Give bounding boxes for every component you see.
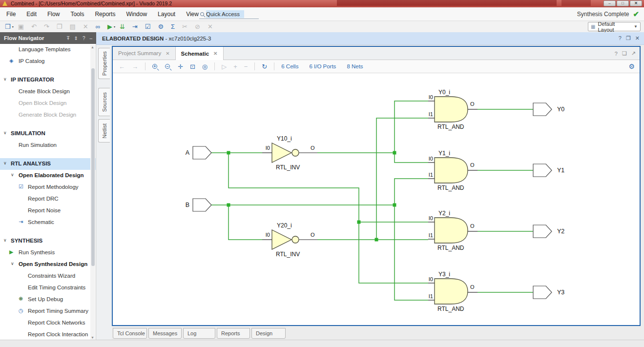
sidebar-item-run-simulation[interactable]: Run Simulation [0, 140, 96, 151]
sidebar-item-label: IP Catalog [19, 58, 45, 64]
run-icon[interactable]: ▶▾ [107, 21, 112, 32]
minimize-panel-icon[interactable]: – [89, 36, 92, 41]
menu-edit[interactable]: Edit [21, 7, 42, 21]
port-Y2[interactable] [533, 225, 552, 238]
port-Y0[interactable] [533, 103, 552, 116]
pin-icon[interactable]: Ŧ [66, 36, 69, 41]
side-tab-sources[interactable]: Sources [98, 88, 110, 116]
sidebar-item-ip-integrator[interactable]: ∨IP INTEGRATOR [0, 74, 96, 86]
link-6-i-o-ports[interactable]: 6 I/O Ports [309, 63, 336, 69]
chevron-down-icon[interactable]: ∨ [3, 161, 7, 165]
close-tab-icon[interactable]: ✕ [166, 51, 169, 56]
link-6-cells[interactable]: 6 Cells [281, 63, 298, 69]
help-icon[interactable]: ? [83, 36, 85, 41]
tab-schematic[interactable]: Schematic✕ [175, 47, 224, 60]
banner-part-name: - xc7z010clg225-3 [164, 36, 211, 41]
zoom-selection-icon[interactable]: ⊡ [190, 63, 195, 70]
port-Y3[interactable] [533, 286, 552, 299]
zoom-fit-icon[interactable]: ✛ [178, 63, 183, 70]
settings-gear-icon[interactable]: ⚙ [628, 62, 635, 70]
center-view-icon[interactable]: ◎ [202, 63, 208, 70]
cell-Y3_i[interactable] [428, 279, 478, 304]
bottom-tab-log[interactable]: Log [183, 328, 215, 339]
link-8-nets[interactable]: 8 Nets [347, 63, 363, 69]
tab-project-summary[interactable]: Project Summary✕ [113, 47, 175, 60]
cell-Y1_i[interactable] [428, 158, 478, 183]
menu-reports[interactable]: Reports [89, 7, 121, 21]
chevron-down-icon[interactable]: ∨ [11, 261, 14, 266]
elaborate-icon[interactable]: ⇥ [132, 21, 138, 32]
chevron-down-icon[interactable]: ∨ [11, 172, 14, 177]
regenerate-icon[interactable]: ↻ [262, 63, 267, 70]
menu-flow[interactable]: Flow [42, 7, 65, 21]
cell-Y0_i[interactable] [428, 97, 478, 122]
report-utilization-icon[interactable]: Σ [171, 21, 175, 32]
zoom-in-icon[interactable]: + [152, 64, 157, 69]
sidebar-item-report-clock-interaction[interactable]: Report Clock Interaction [0, 329, 96, 340]
float-icon[interactable]: ❏ [622, 50, 627, 57]
chevron-down-icon[interactable]: ∨ [3, 77, 7, 82]
maximize-view-icon[interactable]: ↗ [631, 50, 636, 57]
bottom-tab-messages[interactable]: Messages [148, 328, 182, 339]
port-A[interactable] [193, 146, 211, 159]
bottom-tab-tcl-console[interactable]: Tcl Console [113, 328, 147, 339]
menu-window[interactable]: Window [121, 7, 152, 21]
minimize-button[interactable]: – [603, 0, 616, 6]
chevron-down-icon[interactable]: ∨ [3, 238, 7, 243]
sidebar-item-report-noise[interactable]: Report Noise [0, 205, 96, 217]
sidebar-item-report-methodology[interactable]: ☑Report Methodology [0, 182, 96, 193]
settings-icon[interactable]: ⚙ [158, 21, 164, 32]
chevron-down-icon[interactable]: ∨ [3, 130, 7, 135]
sidebar-item-report-clock-networks[interactable]: Report Clock Networks [0, 317, 96, 329]
open-project-icon[interactable]: ❒▾ [5, 21, 11, 32]
sidebar-item-set-up-debug[interactable]: ❋Set Up Debug [0, 294, 96, 306]
scroll-down-icon[interactable]: ▼ [91, 336, 94, 339]
close-icon[interactable]: ✕ [635, 35, 640, 41]
quick-access-search[interactable] [199, 9, 259, 19]
bottom-tab-reports[interactable]: Reports [217, 328, 250, 339]
menu-layout[interactable]: Layout [152, 7, 181, 21]
sidebar-item-open-block-design[interactable]: Open Block Design [0, 98, 96, 109]
maximize-button[interactable]: □ [617, 0, 629, 6]
sidebar-item-constraints-wizard[interactable]: Constraints Wizard [0, 270, 96, 282]
sidebar-item-report-drc[interactable]: Report DRC [0, 193, 96, 205]
sidebar-item-report-timing-summary[interactable]: ◷Report Timing Summary [0, 306, 96, 317]
sidebar-item-open-elaborated-design[interactable]: ∨Open Elaborated Design [0, 170, 96, 182]
close-button[interactable]: ✕ [630, 0, 642, 6]
close-tab-icon[interactable]: ✕ [213, 51, 217, 56]
sidebar-item-simulation[interactable]: ∨SIMULATION [0, 128, 96, 140]
sidebar-item-synthesis[interactable]: ∨SYNTHESIS [0, 235, 96, 247]
expand-collapse-icon[interactable]: ⇕ [74, 36, 78, 41]
help-icon[interactable]: ? [619, 35, 622, 41]
sidebar-item-run-synthesis[interactable]: ▶Run Synthesis [0, 247, 96, 259]
scroll-up-icon[interactable]: ▲ [91, 45, 94, 49]
sidebar-item-open-synthesized-design[interactable]: ∨Open Synthesized Design [0, 259, 96, 270]
sidebar-scrollbar[interactable]: ▲ ▼ [90, 45, 95, 340]
port-Y1[interactable] [533, 164, 552, 177]
sidebar-item-edit-timing-constraints[interactable]: Edit Timing Constraints [0, 282, 96, 294]
bottom-tab-design-runs[interactable]: Design Runs [251, 328, 286, 339]
sidebar-item-schematic[interactable]: ⇥Schematic [0, 217, 96, 228]
sidebar-item-create-block-design[interactable]: Create Block Design [0, 86, 96, 98]
cell-Y2_i[interactable] [428, 218, 478, 243]
report-methodology-icon[interactable]: ☑ [145, 21, 151, 32]
cell-Y20_i[interactable] [262, 230, 317, 249]
side-tab-properties[interactable]: Properties [98, 48, 110, 79]
menu-file[interactable]: File [0, 7, 21, 21]
quick-access-input[interactable] [206, 10, 244, 18]
find-icon[interactable]: ∞ [96, 21, 100, 32]
port-B[interactable] [193, 199, 211, 211]
sidebar-item-generate-block-design[interactable]: Generate Block Design [0, 109, 96, 121]
cell-Y10_i[interactable] [262, 143, 317, 163]
scrollbar-thumb[interactable] [91, 68, 95, 266]
zoom-out-icon[interactable]: − [165, 64, 170, 69]
help-icon[interactable]: ? [615, 51, 618, 57]
step-icon[interactable]: ⇊ [120, 21, 125, 32]
menu-tools[interactable]: Tools [65, 7, 89, 21]
layout-selector[interactable]: ▦ Default Layout ▼ [588, 22, 641, 31]
sidebar-item-ip-catalog[interactable]: ◈IP Catalog [0, 56, 96, 67]
float-icon[interactable]: ❐ [626, 35, 631, 41]
sidebar-item-rtl-analysis[interactable]: ∨RTL ANALYSIS [0, 158, 96, 170]
sidebar-item-language-templates[interactable]: Language Templates [0, 44, 96, 56]
side-tab-netlist[interactable]: Netlist [98, 119, 110, 143]
